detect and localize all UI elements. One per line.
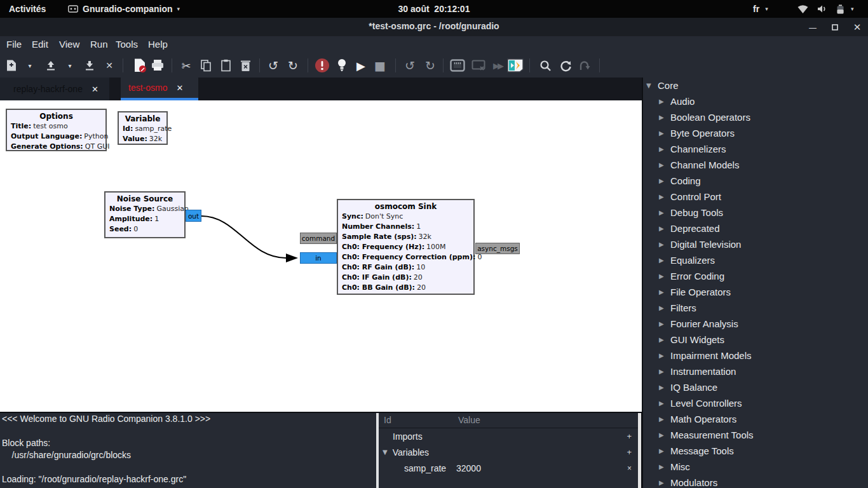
tree-item-channelizers[interactable]: ▶Channelizers [643,141,868,157]
connection-noise-to-osmocom[interactable] [201,216,286,258]
clock[interactable]: 30 août 20:12:01 [361,0,507,18]
open-file-icon[interactable] [42,57,60,74]
tree-item-deprecated[interactable]: ▶Deprecated [643,220,868,236]
print-icon[interactable] [149,57,166,74]
execute-icon[interactable]: ▶ [352,57,370,74]
tree-item-math-operators[interactable]: ▶Math Operators [643,411,868,427]
stop-icon[interactable]: ■ [371,57,389,74]
column-header-id[interactable]: Id [384,415,391,425]
tree-item-modulators[interactable]: ▶Modulators [643,475,868,488]
kill-window-icon[interactable] [470,57,487,74]
close-window-button[interactable]: ✕ [850,20,864,34]
column-header-value[interactable]: Value [458,415,480,425]
flowgraph-icon[interactable] [505,57,526,74]
rotate-cw-icon[interactable]: ↻ [421,57,439,74]
find-block-icon[interactable] [536,57,554,74]
tree-item-gui-widgets[interactable]: ▶GUI Widgets [643,332,868,348]
variables-scrollbar[interactable] [638,413,641,488]
tree-item-filters[interactable]: ▶Filters [643,300,868,316]
tree-item-audio[interactable]: ▶Audio [643,93,868,109]
tree-item-measurement-tools[interactable]: ▶Measurement Tools [643,427,868,443]
redo-icon[interactable]: ↻ [284,57,302,74]
tree-item-digital-television[interactable]: ▶Digital Television [643,236,868,252]
delete-icon[interactable] [236,57,254,74]
chevron-right-icon: ▶ [659,98,668,105]
tree-label: Measurement Tools [670,430,754,440]
connection-icon[interactable] [449,57,466,74]
open-file-menu-icon[interactable]: ▾ [61,57,79,74]
chevron-right-icon: ▶ [659,257,668,264]
tree-item-channel-models[interactable]: ▶Channel Models [643,157,868,173]
tab-label: test-osmo [128,83,167,93]
minimize-button[interactable]: — [806,20,820,34]
add-icon[interactable]: + [627,431,632,441]
tree-item-control-port[interactable]: ▶Control Port [643,189,868,205]
tree-item-error-coding[interactable]: ▶Error Coding [643,268,868,284]
return-icon[interactable] [576,57,593,74]
tree-item-byte-operators[interactable]: ▶Byte Operators [643,125,868,141]
tree-item-misc[interactable]: ▶Misc [643,459,868,475]
copy-icon[interactable] [197,57,215,74]
generate-icon[interactable] [333,57,351,74]
flowgraph-canvas[interactable]: Options Title:test osmo Output Language:… [0,100,642,412]
reload-blocks-icon[interactable] [557,57,574,74]
remove-icon[interactable]: × [627,464,632,473]
tree-item-file-operators[interactable]: ▶File Operators [643,284,868,300]
menu-view[interactable]: View [59,39,79,50]
row-imports[interactable]: Imports + [379,428,638,444]
port-async-msgs[interactable]: async_msgs [475,243,520,254]
row-samp-rate[interactable]: samp_rate 32000 × [379,460,638,476]
fast-forward-icon[interactable]: ▶▶ [489,57,506,74]
new-file-menu-icon[interactable]: ▾ [21,57,39,74]
chevron-down-icon[interactable]: ▼ [383,449,388,456]
console-panel[interactable]: <<< Welcome to GNU Radio Companion 3.8.1… [0,413,376,488]
menu-edit[interactable]: Edit [32,39,48,50]
keyboard-layout-indicator[interactable]: fr ▾ [753,0,768,18]
close-tab-icon[interactable]: ✕ [92,85,98,94]
tree-category-core[interactable]: ▼ Core [643,78,868,93]
block-osmocom-sink[interactable]: osmocom Sink Sync:Don't Sync Number Chan… [337,199,475,295]
cut-icon[interactable]: ✂ [177,57,195,74]
activities-button[interactable]: Activités [9,0,46,18]
tree-item-equalizers[interactable]: ▶Equalizers [643,252,868,268]
maximize-button[interactable] [828,20,842,34]
close-tab-icon[interactable]: ✕ [176,83,183,93]
new-file-icon[interactable] [3,57,20,74]
add-icon[interactable]: + [627,447,632,457]
rotate-ccw-icon[interactable]: ↺ [401,57,419,74]
save-file-icon[interactable] [81,57,98,74]
tree-item-boolean-operators[interactable]: ▶Boolean Operators [643,109,868,125]
close-file-icon[interactable]: ✕ [100,57,118,74]
tree-item-message-tools[interactable]: ▶Message Tools [643,443,868,459]
flowgraph-tab-bar: replay-hackrf-one ✕ test-osmo ✕ [0,78,642,100]
undo-icon[interactable]: ↺ [264,57,282,74]
port-in[interactable]: in [300,252,337,264]
tree-item-impairment-models[interactable]: ▶Impairment Models [643,348,868,363]
tree-item-instrumentation[interactable]: ▶Instrumentation [643,363,868,379]
save-as-icon[interactable] [131,57,149,74]
tree-item-debug-tools[interactable]: ▶Debug Tools [643,205,868,220]
app-menu[interactable]: Gnuradio-companion ▾ [68,0,180,18]
tree-item-fourier-analysis[interactable]: ▶Fourier Analysis [643,316,868,332]
tab-replay-hackrf-one[interactable]: replay-hackrf-one ✕ [0,78,109,100]
param-value: 1 [416,222,421,231]
tree-label: Deprecated [670,223,720,234]
chevron-right-icon: ▶ [659,177,668,184]
tree-item-iq-balance[interactable]: ▶IQ Balance [643,379,868,395]
port-command[interactable]: command [300,233,337,244]
tree-label: Message Tools [670,445,734,456]
menu-run[interactable]: Run [90,39,108,50]
menu-help[interactable]: Help [148,39,168,50]
errors-icon[interactable] [313,57,331,74]
paste-icon[interactable] [217,57,234,74]
tree-label: Filters [670,302,696,313]
row-variables[interactable]: ▼ Variables + [379,444,638,460]
chevron-right-icon: ▶ [659,384,668,391]
tree-label: Debug Tools [670,207,723,218]
system-status-area[interactable]: ▾ [797,0,854,18]
menu-file[interactable]: File [6,39,22,50]
tree-item-coding[interactable]: ▶Coding [643,173,868,189]
menu-tools[interactable]: Tools [116,39,138,50]
tree-item-level-controllers[interactable]: ▶Level Controllers [643,395,868,411]
tab-test-osmo[interactable]: test-osmo ✕ [121,78,198,100]
